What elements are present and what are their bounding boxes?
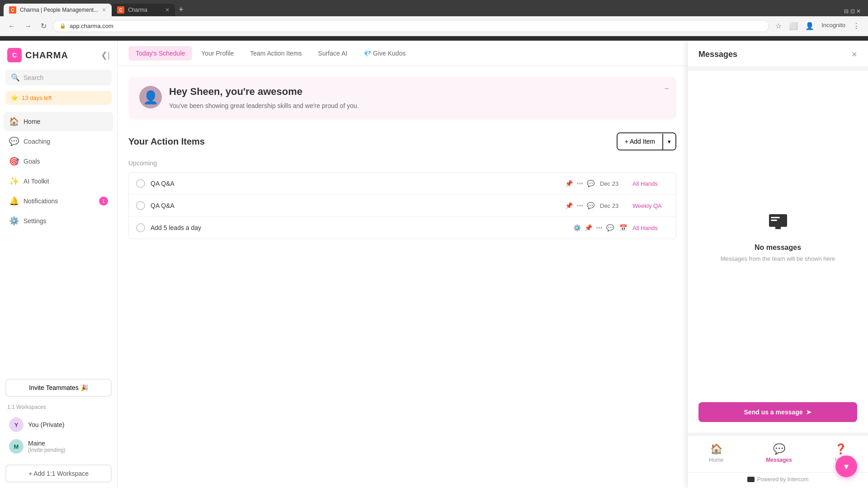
action-icons-1: 📌 ••• 💬 [565, 180, 594, 187]
action-checkbox-2[interactable] [136, 201, 145, 210]
notifications-badge: 1 [99, 197, 108, 206]
tab-your-profile[interactable]: Your Profile [194, 46, 241, 61]
search-box[interactable]: 🔍 Search [5, 70, 112, 85]
no-messages-subtitle: Messages from the team will be shown her… [721, 255, 835, 262]
action-tag-3[interactable]: All Hands [632, 225, 669, 231]
add-item-button-group: + Add Item ▾ [617, 132, 676, 150]
sidebar-header: C CHARMA ❮| [0, 41, 117, 70]
new-tab-button[interactable]: + [175, 3, 187, 16]
messages-empty-icon [767, 211, 789, 236]
browser-tabs: C Charma | People Management... ✕ C Char… [0, 0, 868, 16]
sidebar-item-label: Goals [24, 158, 40, 165]
action-checkbox-1[interactable] [136, 179, 145, 188]
menu-icon[interactable]: ⋮ [850, 20, 863, 32]
goals-icon: 🎯 [9, 156, 19, 166]
floating-action-button[interactable]: ▾ [835, 455, 857, 477]
kudos-title: Hey Sheen, you're awesome [169, 86, 665, 98]
svg-rect-1 [771, 217, 780, 218]
content-area: 👤 Hey Sheen, you're awesome You've been … [118, 66, 687, 488]
more-icon-1[interactable]: ••• [576, 180, 583, 187]
more-icon-3[interactable]: ••• [596, 224, 603, 231]
add-workspace-label: + Add 1:1 Workspace [28, 470, 89, 477]
messages-header: Messages ✕ [688, 41, 868, 67]
invite-teammates-button[interactable]: Invite Teammates 🎉 [5, 379, 112, 397]
pin-icon-2[interactable]: 📌 [565, 202, 573, 209]
add-workspace-button[interactable]: + Add 1:1 Workspace [5, 465, 112, 483]
tab-label: 💎 Give Kudos [363, 50, 406, 57]
sidebar-item-settings[interactable]: ⚙️ Settings [4, 211, 113, 230]
workspace-you-private[interactable]: Y You (Private) [7, 414, 110, 436]
app-container: C CHARMA ❮| 🔍 Search ⭐ 13 days left 🏠 Ho… [0, 41, 868, 488]
kudos-close-button[interactable]: − [664, 84, 669, 94]
sidebar-item-ai-toolkit[interactable]: ✨ AI Toolkit [4, 172, 113, 191]
pin-icon-1[interactable]: 📌 [565, 180, 573, 187]
comment-icon-2[interactable]: 💬 [587, 202, 594, 209]
pin-icon-3[interactable]: 📌 [585, 224, 592, 231]
action-name-1: QA Q&A [151, 180, 560, 187]
tab-surface-ai[interactable]: Surface AI [311, 46, 355, 61]
browser-tab-active[interactable]: C Charma | People Management... ✕ [4, 4, 112, 16]
kudos-avatar: 👤 [139, 86, 162, 108]
sidebar-item-goals[interactable]: 🎯 Goals [4, 152, 113, 171]
footer-home-label: Home [709, 457, 723, 463]
tab-team-action-items[interactable]: Team Action Items [243, 46, 309, 61]
calendar-icon-3[interactable]: 📅 [619, 224, 627, 231]
sidebar: C CHARMA ❮| 🔍 Search ⭐ 13 days left 🏠 Ho… [0, 41, 118, 488]
messages-close-button[interactable]: ✕ [851, 50, 857, 59]
workspace-maine[interactable]: M Maine (Invite pending) [7, 436, 110, 457]
sidebar-item-label: AI Toolkit [24, 178, 49, 185]
main-content: Today's Schedule Your Profile Team Actio… [118, 41, 687, 488]
workspace-info: You (Private) [28, 421, 64, 428]
extensions-icon[interactable]: ⬜ [786, 20, 801, 32]
action-items-title: Your Action Items [128, 136, 205, 147]
forward-button[interactable]: → [22, 20, 34, 32]
bookmark-icon[interactable]: ☆ [773, 20, 784, 32]
action-name-3: Add 5 leads a day [151, 224, 568, 231]
action-name-2: QA Q&A [151, 202, 560, 209]
browser-tab-2[interactable]: C Charma ✕ [112, 4, 175, 16]
tab2-title: Charma [128, 7, 147, 13]
add-item-main-button[interactable]: + Add Item [618, 133, 662, 150]
browser-toolbar: ← → ↻ 🔒 app.charma.com ☆ ⬜ 👤 Incognito ⋮ [0, 16, 868, 36]
workspaces-section: 1:1 Workspaces Y You (Private) M Maine (… [0, 400, 117, 461]
back-button[interactable]: ← [5, 20, 18, 32]
notifications-icon: 🔔 [9, 196, 19, 206]
sidebar-item-label: Settings [24, 217, 47, 225]
sidebar-item-label: Home [24, 118, 40, 125]
sidebar-item-home[interactable]: 🏠 Home [4, 112, 113, 131]
sidebar-item-notifications[interactable]: 🔔 Notifications 1 [4, 192, 113, 211]
sidebar-item-coaching[interactable]: 💬 Coaching [4, 132, 113, 151]
comment-icon-3[interactable]: 💬 [606, 224, 614, 231]
messages-scroll-indicator [688, 67, 868, 70]
address-bar[interactable]: 🔒 app.charma.com [53, 20, 769, 32]
tab2-close-btn[interactable]: ✕ [165, 7, 170, 13]
tab2-favicon: C [117, 6, 124, 14]
footer-home-icon: 🏠 [710, 443, 722, 455]
settings-icon-3[interactable]: ⚙️ [573, 224, 581, 231]
send-message-button[interactable]: Send us a message ➤ [698, 402, 857, 422]
settings-icon: ⚙️ [9, 216, 19, 226]
footer-nav-messages[interactable]: 💬 Messages [760, 441, 797, 465]
tab-give-kudos[interactable]: 💎 Give Kudos [356, 46, 413, 61]
action-date-2: Dec 23 [600, 202, 627, 209]
workspace-name-maine: Maine [28, 440, 66, 447]
workspaces-label: 1:1 Workspaces [7, 404, 110, 410]
comment-icon-1[interactable]: 💬 [587, 180, 594, 187]
action-checkbox-3[interactable] [136, 223, 145, 232]
add-item-chevron-button[interactable]: ▾ [662, 134, 675, 150]
tab-todays-schedule[interactable]: Today's Schedule [128, 46, 192, 61]
action-tag-1[interactable]: All Hands [632, 180, 669, 187]
trial-text: 13 days left [22, 94, 52, 101]
search-icon: 🔍 [11, 73, 20, 82]
collapse-sidebar-btn[interactable]: ❮| [101, 50, 110, 60]
profile-icon[interactable]: 👤 [802, 20, 817, 32]
footer-nav-home[interactable]: 🏠 Home [703, 441, 729, 465]
tab-close-btn[interactable]: ✕ [102, 7, 106, 13]
more-icon-2[interactable]: ••• [576, 202, 583, 209]
refresh-button[interactable]: ↻ [38, 20, 49, 32]
action-tag-2[interactable]: Weekly QA [632, 202, 669, 209]
action-list: QA Q&A 📌 ••• 💬 Dec 23 All Hands QA Q&A 📌 [128, 172, 676, 239]
messages-title: Messages [698, 50, 737, 59]
logo-text: CHARMA [25, 50, 68, 61]
trial-star-icon: ⭐ [11, 94, 18, 101]
